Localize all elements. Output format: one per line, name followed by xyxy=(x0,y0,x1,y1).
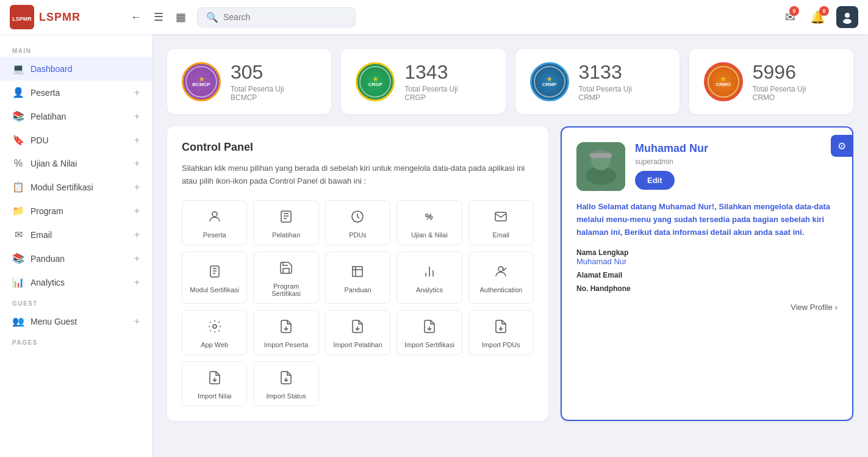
cp-btn-import-pelatihan[interactable]: Import Pelatihan xyxy=(325,310,390,355)
stat-desc-crmo: Total Peserta Uji CRMO xyxy=(753,85,806,102)
badge-crmo: ★ CRMO xyxy=(704,62,743,101)
cp-panduan-label: Panduan xyxy=(344,286,371,293)
profile-card: ⚙ Muh xyxy=(561,126,853,421)
modul-expand-icon: + xyxy=(134,182,140,193)
sidebar-item-pelatihan[interactable]: 📚 Pelatihan + xyxy=(0,104,152,128)
peserta-icon: 👤 xyxy=(12,87,24,98)
sidebar-main-label: MAIN xyxy=(0,41,152,57)
sidebar-guest-label: GUEST xyxy=(0,294,152,309)
cp-import-status-icon xyxy=(279,370,293,389)
stat-number-crgp: 1343 xyxy=(404,61,457,84)
cp-pelatihan-label: Pelatihan xyxy=(272,231,300,239)
cp-btn-analytics[interactable]: Analytics xyxy=(396,251,462,304)
stat-number-crmo: 5996 xyxy=(753,61,806,84)
cp-btn-modul[interactable]: Modul Sertifikasi xyxy=(182,251,247,304)
cp-btn-import-status[interactable]: Import Status xyxy=(253,361,318,406)
pdu-expand-icon: + xyxy=(134,135,140,146)
sidebar-item-email[interactable]: ✉ Email + xyxy=(0,223,152,246)
pdu-icon: 🔖 xyxy=(12,134,24,146)
sidebar-item-analytics[interactable]: 📊 Analytics + xyxy=(0,270,152,294)
notification-badge: 0 xyxy=(819,6,829,16)
cp-btn-appweb[interactable]: App Web xyxy=(182,310,247,355)
stat-number-bcmcp: 305 xyxy=(231,61,284,84)
cp-pdus-icon xyxy=(350,209,365,228)
analytics-sidebar-icon: 📊 xyxy=(12,276,24,288)
logo: LSPMR LSPMR xyxy=(10,5,120,29)
badge-crgp: ★ CRGP xyxy=(356,62,395,101)
cp-btn-panduan[interactable]: Panduan xyxy=(325,251,390,304)
fullscreen-button[interactable]: ▦ xyxy=(172,7,190,27)
user-icon xyxy=(841,10,854,24)
user-avatar-button[interactable] xyxy=(836,6,858,28)
cp-btn-email[interactable]: Email xyxy=(468,200,534,245)
modul-icon: 📋 xyxy=(12,181,24,193)
back-button[interactable]: ← xyxy=(127,7,145,27)
sidebar-label-program: Program xyxy=(30,206,63,216)
cp-btn-pelatihan[interactable]: Pelatihan xyxy=(253,200,318,245)
cp-btn-pdus[interactable]: PDUs xyxy=(325,200,390,245)
cp-btn-import-nilai[interactable]: Import Nilai xyxy=(182,361,247,406)
cp-import-peserta-label: Import Peserta xyxy=(264,341,308,348)
cp-btn-import-pdus[interactable]: Import PDUs xyxy=(468,310,534,355)
profile-edit-button[interactable]: Edit xyxy=(635,171,675,190)
cp-btn-import-peserta[interactable]: Import Peserta xyxy=(253,310,318,355)
sidebar-item-modul[interactable]: 📋 Modul Sertifikasi + xyxy=(0,175,152,199)
cp-analytics-icon xyxy=(422,264,437,282)
stat-cards: ★ BCMCP 305 Total Peserta Uji BCMCP ★ xyxy=(167,49,853,114)
cp-btn-peserta[interactable]: Peserta xyxy=(182,200,247,245)
profile-email-label: Alamat Email xyxy=(576,271,838,279)
sidebar-item-peserta[interactable]: 👤 Peserta + xyxy=(0,81,152,104)
cp-import-nilai-label: Import Nilai xyxy=(198,392,232,400)
sidebar-label-panduan: Panduan xyxy=(30,254,65,264)
sidebar-label-ujian: Ujian & Nilai xyxy=(30,159,77,168)
sidebar-pages-label: PAGES xyxy=(0,333,152,348)
sidebar-label-pdu: PDU xyxy=(30,135,49,145)
bottom-section: Control Panel Silahkan klik menu pilihan… xyxy=(167,126,853,421)
svg-text:%: % xyxy=(425,212,433,221)
cp-authentication-label: Authentication xyxy=(479,286,522,293)
sidebar-item-pdu[interactable]: 🔖 PDU + xyxy=(0,128,152,152)
cp-import-pdus-icon xyxy=(493,319,508,337)
svg-point-3 xyxy=(843,19,852,24)
sidebar-item-panduan[interactable]: 📚 Panduan + xyxy=(0,246,152,270)
mail-button[interactable]: ✉ 0 xyxy=(781,6,799,28)
profile-avatar xyxy=(576,142,625,191)
menu-button[interactable]: ☰ xyxy=(150,7,167,27)
stat-number-crmp: 3133 xyxy=(579,61,632,84)
cp-btn-ujian[interactable]: % Ujian & Nilai xyxy=(396,200,462,245)
notification-button[interactable]: 🔔 0 xyxy=(806,6,829,28)
cp-appweb-icon xyxy=(207,319,222,337)
sidebar-label-dashboard: Dashboard xyxy=(30,64,73,74)
gear-button[interactable]: ⚙ xyxy=(831,135,853,157)
guest-icon: 👥 xyxy=(12,315,24,327)
chevron-right-icon: › xyxy=(835,303,838,312)
cp-import-sertifikasi-icon xyxy=(422,319,437,337)
topbar: LSPMR LSPMR ← ☰ ▦ 🔍 ✉ 0 🔔 0 xyxy=(0,0,868,34)
cp-authentication-icon xyxy=(493,264,508,282)
profile-welcome: Hallo Selamat datang Muhamad Nur!, Silah… xyxy=(576,201,838,239)
sidebar-item-dashboard[interactable]: 💻 Dashboard xyxy=(0,57,152,81)
mail-badge: 0 xyxy=(789,6,799,16)
logo-icon: LSPMR xyxy=(10,5,34,29)
profile-name: Muhamad Nur xyxy=(635,142,708,155)
cp-btn-authentication[interactable]: Authentication xyxy=(468,251,534,304)
sidebar-item-menu-guest[interactable]: 👥 Menu Guest + xyxy=(0,309,152,333)
cp-import-sertifikasi-label: Import Sertifikasi xyxy=(404,341,454,348)
cp-modul-label: Modul Sertifikasi xyxy=(190,286,239,293)
stat-desc-crmp: Total Peserta Uji CRMP xyxy=(579,85,632,102)
cp-btn-program[interactable]: Program Sertifikasi xyxy=(253,251,318,304)
cp-btn-import-sertifikasi[interactable]: Import Sertifikasi xyxy=(396,310,462,355)
peserta-expand-icon: + xyxy=(134,87,140,98)
program-icon: 📁 xyxy=(12,205,24,217)
search-input[interactable] xyxy=(223,12,346,22)
dashboard-icon: 💻 xyxy=(12,63,24,74)
stat-desc-bcmcp: Total Peserta Uji BCMCP xyxy=(231,85,284,102)
cp-import-peserta-icon xyxy=(279,319,293,337)
profile-view-link[interactable]: View Profile › xyxy=(576,303,838,312)
sidebar-item-program[interactable]: 📁 Program + xyxy=(0,199,152,223)
sidebar-item-ujian[interactable]: % Ujian & Nilai + xyxy=(0,152,152,175)
cp-analytics-label: Analytics xyxy=(416,286,443,293)
cp-import-pdus-label: Import PDUs xyxy=(482,341,520,348)
control-panel-title: Control Panel xyxy=(182,141,534,154)
cp-import-pelatihan-icon xyxy=(350,319,365,337)
